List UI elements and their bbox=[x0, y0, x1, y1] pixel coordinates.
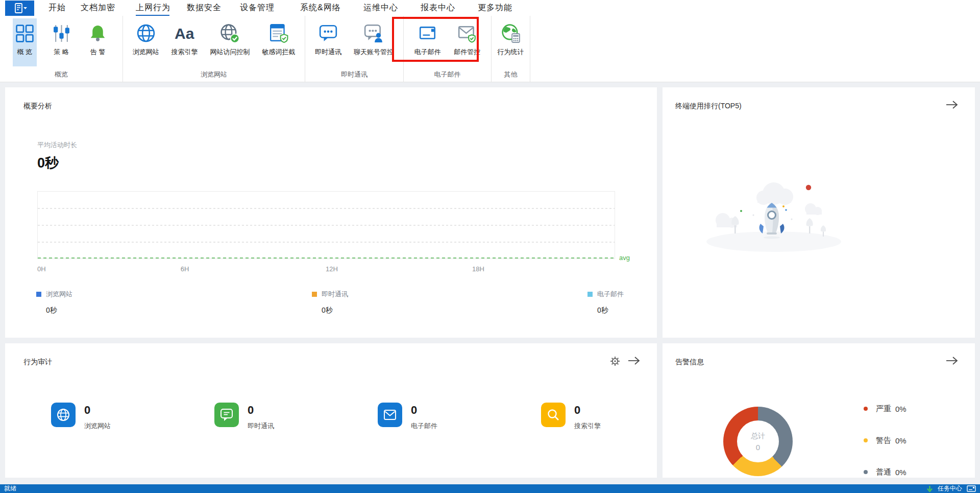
message-window-icon[interactable] bbox=[967, 485, 976, 492]
task-center-label: 任务中心 bbox=[938, 484, 962, 493]
legend-swatch-blue bbox=[36, 292, 41, 297]
ribbon-button-overview[interactable]: 概 览 bbox=[13, 18, 37, 66]
stat-instant-messaging[interactable]: 0 即时通讯 bbox=[214, 403, 274, 431]
arrow-right-icon[interactable] bbox=[945, 356, 959, 366]
stat-search-engine[interactable]: 0 搜索引擎 bbox=[541, 403, 601, 431]
panel-terminal-usage-ranking: 终端使用排行(TOP5) bbox=[663, 87, 975, 338]
globe-check-icon bbox=[220, 21, 239, 45]
ribbon-group-instant-messaging: 即时通讯 bbox=[305, 16, 404, 82]
chat-user-icon bbox=[364, 21, 383, 45]
stat-label: 浏览网站 bbox=[84, 421, 111, 431]
menu-item-internet-behavior[interactable]: 上网行为 bbox=[136, 0, 170, 15]
ribbon-group-label-email: 电子邮件 bbox=[404, 69, 491, 82]
legend-dot-gray bbox=[864, 470, 868, 474]
ribbon-button-browse-websites[interactable]: 浏览网站 bbox=[130, 18, 162, 66]
gear-icon[interactable] bbox=[610, 356, 620, 366]
status-ready-text: 就绪 bbox=[4, 484, 16, 493]
legend-value: 0秒 bbox=[46, 306, 72, 315]
ribbon-button-mail-control[interactable]: 邮件管控 bbox=[451, 18, 483, 66]
avg-activity-duration-value: 0秒 bbox=[37, 154, 59, 172]
ribbon-group-label-overview: 概览 bbox=[0, 69, 122, 82]
ribbon-button-search-engine[interactable]: Aa 搜索引擎 bbox=[169, 18, 201, 66]
legend-value: 0秒 bbox=[597, 306, 624, 315]
avg-activity-duration-label: 平均活动时长 bbox=[37, 140, 77, 150]
chat-bubble-icon bbox=[214, 403, 239, 427]
legend-dot-yellow bbox=[864, 438, 868, 442]
ribbon-group-overview: 概 览 策 略 bbox=[0, 16, 123, 82]
mail-icon bbox=[378, 403, 402, 427]
arrow-right-icon[interactable] bbox=[627, 356, 641, 366]
policy-sliders-icon bbox=[52, 21, 71, 45]
overview-grid-icon bbox=[15, 21, 34, 45]
legend-value: 0% bbox=[895, 405, 906, 413]
donut-center-label: 总计 bbox=[751, 432, 765, 441]
legend-label: 即时通讯 bbox=[322, 290, 348, 299]
font-Aa-icon: Aa bbox=[174, 21, 196, 45]
globe-icon bbox=[51, 403, 76, 427]
stat-browse-websites[interactable]: 0 浏览网站 bbox=[51, 403, 111, 431]
application-window: 开始 文档加密 上网行为 数据安全 设备管理 系统&网络 运维中心 报表中心 更… bbox=[0, 0, 980, 493]
legend-swatch-orange bbox=[312, 292, 317, 297]
app-menu-button[interactable] bbox=[5, 1, 34, 16]
legend-label: 严重 bbox=[876, 404, 891, 414]
mail-icon bbox=[418, 21, 437, 45]
menu-item-ops-center[interactable]: 运维中心 bbox=[363, 0, 398, 15]
legend-item-email: 电子邮件 0秒 bbox=[587, 290, 624, 315]
stat-value: 0 bbox=[84, 404, 111, 417]
ribbon-button-behavior-statistics[interactable]: 行为统计 bbox=[495, 18, 527, 66]
legend-dot-red bbox=[864, 407, 868, 411]
stat-label: 搜索引擎 bbox=[574, 421, 601, 431]
menu-item-more-features[interactable]: 更多功能 bbox=[478, 0, 512, 15]
legend-value: 0秒 bbox=[322, 306, 348, 315]
ribbon-button-alert[interactable]: 告 警 bbox=[86, 18, 110, 66]
legend-label: 电子邮件 bbox=[597, 290, 624, 299]
document-shield-icon bbox=[269, 21, 288, 45]
menu-item-system-network[interactable]: 系统&网络 bbox=[300, 0, 341, 15]
ribbon-group-label-web-browsing: 浏览网站 bbox=[123, 69, 305, 82]
x-tick-12h: 12H bbox=[326, 265, 338, 273]
menu-item-report-center[interactable]: 报表中心 bbox=[421, 0, 455, 15]
red-dot bbox=[806, 185, 811, 190]
mail-shield-icon bbox=[457, 21, 477, 45]
alerts-donut-chart: 总计 0 bbox=[723, 407, 793, 476]
stat-email[interactable]: 0 电子邮件 bbox=[378, 403, 437, 431]
alerts-legend: 严重 0% 警告 0% 普通 0% bbox=[864, 404, 906, 493]
x-tick-18h: 18H bbox=[472, 265, 484, 273]
alert-bell-icon bbox=[88, 21, 107, 45]
legend-value: 0% bbox=[895, 436, 906, 445]
menu-item-doc-encryption[interactable]: 文档加密 bbox=[81, 0, 115, 15]
x-tick-6h: 6H bbox=[181, 265, 189, 273]
stat-value: 0 bbox=[574, 404, 601, 417]
legend-label: 普通 bbox=[876, 467, 891, 477]
menu-item-device-management[interactable]: 设备管理 bbox=[240, 0, 275, 15]
ribbon-group-other: 行为统计 其他 bbox=[492, 16, 530, 82]
ribbon-button-email[interactable]: 电子邮件 bbox=[412, 18, 444, 66]
panel-title: 告警信息 bbox=[675, 358, 704, 367]
task-center-button[interactable]: 任务中心 bbox=[938, 484, 962, 493]
ribbon-button-web-access-control[interactable]: 网站访问控制 bbox=[207, 18, 252, 66]
legend-item-browse-websites: 浏览网站 0秒 bbox=[36, 290, 72, 315]
arrow-right-icon[interactable] bbox=[945, 100, 959, 110]
chevron-down-icon bbox=[23, 7, 27, 9]
ribbon-group-label-instant-messaging: 即时通讯 bbox=[305, 69, 403, 82]
ribbon-group-email: 电子邮件 邮件管控 电子邮件 bbox=[404, 16, 492, 82]
x-tick-0h: 0H bbox=[37, 265, 46, 273]
menu-item-data-security[interactable]: 数据安全 bbox=[187, 0, 222, 15]
search-icon bbox=[541, 403, 566, 427]
ribbon-button-policy[interactable]: 策 略 bbox=[50, 18, 74, 66]
globe-icon bbox=[136, 21, 156, 45]
ribbon-toolbar: 概 览 策 略 bbox=[0, 16, 980, 82]
panel-behavior-audit: 行为审计 bbox=[5, 343, 657, 478]
download-arrow-icon bbox=[926, 485, 933, 492]
legend-item-critical: 严重 0% bbox=[864, 404, 906, 414]
ribbon-button-chat-account-control[interactable]: 聊天账号管控 bbox=[351, 18, 396, 66]
legend-item-normal: 普通 0% bbox=[864, 467, 906, 477]
avg-line-label: avg bbox=[619, 254, 630, 262]
legend-value: 0% bbox=[895, 468, 906, 477]
menu-item-start[interactable]: 开始 bbox=[48, 0, 66, 15]
ribbon-button-sensitive-word-block[interactable]: 敏感词拦截 bbox=[259, 18, 298, 66]
ribbon-group-label-other: 其他 bbox=[492, 69, 530, 82]
legend-swatch-lightblue bbox=[587, 292, 593, 297]
ribbon-button-instant-messaging[interactable]: 即时通讯 bbox=[312, 18, 344, 66]
empty-state-illustration bbox=[697, 174, 850, 256]
